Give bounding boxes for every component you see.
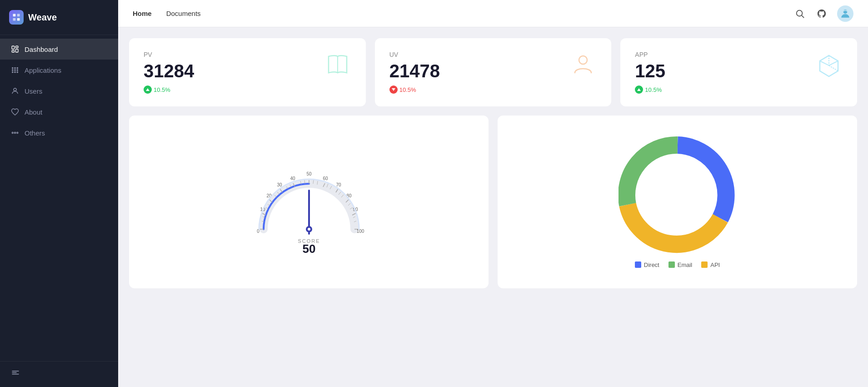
svg-point-20	[17, 132, 18, 134]
topnav-links: Home Documents	[133, 8, 779, 19]
svg-rect-4	[12, 46, 14, 49]
gauge-container: 0 10 20 30 40 50 60 70 80 90 100	[245, 138, 373, 266]
main-area: Home Documents	[118, 0, 868, 387]
github-icon	[817, 9, 827, 19]
svg-point-17	[14, 88, 16, 91]
svg-point-30	[579, 56, 587, 64]
github-button[interactable]	[815, 7, 828, 20]
svg-rect-5	[16, 46, 18, 48]
stats-row: PV 31284 10.5%	[129, 38, 857, 106]
applications-icon	[11, 66, 19, 74]
svg-rect-2	[13, 18, 16, 21]
svg-text:100: 100	[356, 229, 364, 234]
svg-point-10	[17, 67, 18, 68]
sidebar-item-dashboard-label: Dashboard	[25, 45, 58, 53]
stat-uv-icon	[569, 51, 597, 80]
menu-icon[interactable]	[11, 369, 20, 378]
legend-email: Email	[668, 261, 693, 268]
svg-rect-7	[12, 50, 14, 52]
stat-uv-label: UV	[389, 51, 440, 58]
legend-direct-dot	[635, 261, 641, 268]
search-button[interactable]	[793, 7, 806, 20]
stat-card-uv-left: UV 21478 10.5%	[389, 51, 440, 94]
svg-text:50: 50	[302, 242, 315, 256]
users-stat-icon	[569, 51, 597, 78]
svg-rect-6	[16, 49, 18, 52]
gauge-svg: 0 10 20 30 40 50 60 70 80 90 100	[245, 138, 373, 266]
sidebar-nav: Dashboard Applications Users	[0, 35, 118, 147]
sidebar-item-users-label: Users	[25, 87, 42, 95]
topnav-documents[interactable]: Documents	[166, 8, 201, 19]
donut-legend: Direct Email API	[635, 261, 720, 268]
stat-card-app-left: APP 125 10.5%	[635, 51, 665, 94]
svg-point-8	[12, 67, 13, 68]
stat-card-pv-left: PV 31284 10.5%	[144, 51, 194, 94]
sidebar: Weave Dashboard	[0, 0, 118, 387]
app-name: Weave	[28, 12, 57, 23]
search-icon	[795, 9, 805, 19]
svg-text:60: 60	[323, 176, 328, 181]
svg-text:40: 40	[290, 176, 295, 181]
dashboard-icon	[11, 45, 19, 53]
donut-svg	[619, 136, 737, 254]
sidebar-item-others[interactable]: Others	[0, 122, 118, 143]
stat-uv-value: 21478	[389, 62, 440, 80]
svg-point-14	[12, 71, 13, 72]
stat-app-change-text: 10.5%	[645, 86, 662, 93]
svg-point-79	[308, 228, 310, 231]
dashboard-content: PV 31284 10.5%	[118, 27, 868, 387]
legend-api-dot	[701, 261, 708, 268]
legend-email-label: Email	[678, 261, 693, 268]
legend-api-label: API	[710, 261, 720, 268]
svg-point-82	[645, 162, 710, 228]
stat-pv-change-text: 10.5%	[154, 86, 170, 93]
svg-marker-29	[392, 88, 395, 91]
stat-card-pv: PV 31284 10.5%	[129, 38, 366, 106]
svg-point-15	[15, 71, 15, 72]
users-icon	[11, 87, 19, 95]
stat-pv-change: 10.5%	[144, 85, 194, 94]
sidebar-item-applications-label: Applications	[25, 66, 61, 74]
svg-rect-3	[17, 18, 20, 21]
topnav: Home Documents	[118, 0, 868, 27]
stat-card-app: APP 125 10.5%	[620, 38, 857, 106]
svg-text:30: 30	[277, 182, 282, 187]
stat-pv-label: PV	[144, 51, 194, 58]
stat-app-icon	[815, 51, 843, 80]
stat-app-change: 10.5%	[635, 85, 665, 94]
about-icon	[11, 108, 19, 116]
svg-line-33	[829, 65, 838, 71]
sidebar-item-applications[interactable]: Applications	[0, 60, 118, 80]
sidebar-item-about[interactable]: About	[0, 101, 118, 122]
svg-point-24	[797, 10, 803, 16]
sidebar-item-about-label: About	[25, 108, 42, 116]
svg-line-25	[802, 15, 804, 18]
legend-email-dot	[668, 261, 675, 268]
legend-api: API	[701, 261, 720, 268]
svg-marker-31	[637, 88, 641, 91]
sidebar-bottom	[0, 361, 118, 387]
user-avatar[interactable]	[837, 5, 853, 22]
donut-container	[619, 136, 737, 254]
svg-point-13	[17, 70, 18, 70]
stat-app-label: APP	[635, 51, 665, 58]
sidebar-item-users[interactable]: Users	[0, 80, 118, 101]
stat-pv-icon	[324, 51, 351, 80]
gauge-card: 0 10 20 30 40 50 60 70 80 90 100	[129, 116, 489, 288]
topnav-home[interactable]: Home	[133, 8, 152, 19]
logo-icon	[9, 10, 24, 25]
cube-icon	[815, 51, 843, 78]
sidebar-item-dashboard[interactable]: Dashboard	[0, 39, 118, 60]
svg-point-12	[15, 70, 15, 70]
avatar-icon	[839, 8, 851, 20]
stat-pv-badge	[144, 85, 152, 94]
stat-pv-value: 31284	[144, 62, 194, 80]
svg-rect-0	[13, 14, 16, 17]
svg-rect-1	[17, 14, 20, 17]
svg-point-11	[12, 70, 13, 70]
legend-direct-label: Direct	[644, 261, 659, 268]
svg-point-19	[12, 132, 13, 134]
stat-card-uv: UV 21478 10.5%	[375, 38, 612, 106]
others-icon	[11, 129, 19, 137]
logo-area: Weave	[0, 0, 118, 35]
